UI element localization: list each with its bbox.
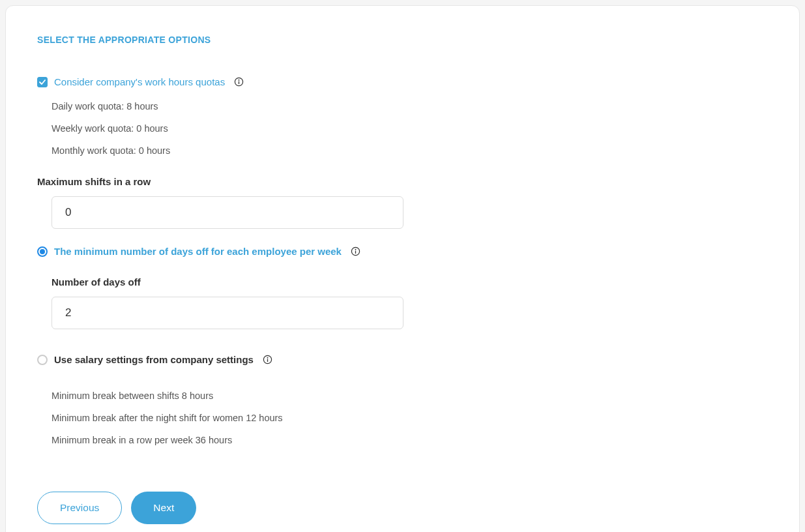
option-days-off-label: The minimum number of days off for each …	[54, 246, 342, 257]
checkbox-quotas[interactable]	[37, 77, 48, 87]
days-off-block: Number of days off	[51, 276, 768, 329]
svg-rect-2	[239, 81, 239, 84]
max-shifts-block: Maximum shifts in a row	[37, 176, 768, 229]
info-icon[interactable]	[263, 355, 272, 364]
svg-rect-8	[267, 359, 268, 362]
option-salary[interactable]: Use salary settings from company setting…	[37, 354, 768, 365]
info-icon[interactable]	[351, 246, 360, 256]
option-salary-label: Use salary settings from company setting…	[54, 354, 254, 365]
svg-point-4	[355, 249, 357, 250]
next-button[interactable]: Next	[131, 492, 196, 524]
salary-row: Minimum break between shifts 8 hours	[51, 385, 768, 407]
salary-row: Minimum break in a row per week 36 hours	[51, 429, 768, 451]
max-shifts-input[interactable]	[51, 196, 403, 229]
section-title: SELECT THE APPROPRIATE OPTIONS	[37, 35, 768, 45]
option-quotas-label: Consider company's work hours quotas	[54, 76, 225, 87]
svg-point-7	[267, 357, 269, 359]
radio-salary[interactable]	[37, 355, 48, 365]
svg-point-1	[239, 80, 240, 81]
radio-days-off[interactable]	[37, 246, 48, 257]
info-icon[interactable]	[234, 77, 244, 87]
quota-row: Monthly work quota: 0 hours	[51, 140, 768, 162]
salary-list: Minimum break between shifts 8 hours Min…	[51, 385, 768, 451]
max-shifts-label: Maximum shifts in a row	[37, 176, 768, 187]
days-off-input[interactable]	[51, 297, 403, 329]
settings-card: SELECT THE APPROPRIATE OPTIONS Consider …	[5, 5, 800, 532]
quota-row: Daily work quota: 8 hours	[51, 95, 768, 117]
previous-button[interactable]: Previous	[37, 492, 122, 524]
quotas-list: Daily work quota: 8 hours Weekly work qu…	[51, 95, 768, 162]
quota-row: Weekly work quota: 0 hours	[51, 117, 768, 140]
salary-row: Minimum break after the night shift for …	[51, 407, 768, 429]
option-quotas[interactable]: Consider company's work hours quotas	[37, 76, 768, 87]
option-days-off[interactable]: The minimum number of days off for each …	[37, 246, 768, 257]
button-row: Previous Next	[37, 466, 768, 524]
days-off-sublabel: Number of days off	[51, 276, 768, 288]
svg-rect-5	[355, 250, 356, 254]
